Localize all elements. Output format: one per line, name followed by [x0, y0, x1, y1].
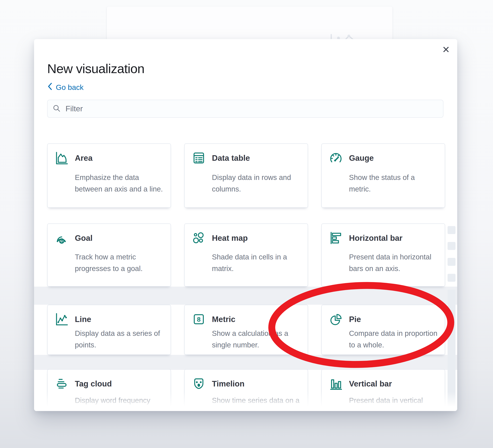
card-description: Present data in vertical bars on an axis…: [349, 395, 438, 411]
card-title: Gauge: [349, 151, 438, 170]
vis-card-area[interactable]: Area Emphasize the data between an axis …: [47, 144, 171, 208]
vis-card-heat-map[interactable]: Heat map Shade data in cells in a matrix…: [184, 224, 308, 287]
vis-card-vertical-bar[interactable]: Vertical bar Present data in vertical ba…: [321, 369, 445, 411]
vis-card-goal[interactable]: 8 Goal Track how a metric progresses to …: [47, 224, 171, 287]
filter-input[interactable]: [65, 104, 438, 113]
card-description: Emphasize the data between an axis and a…: [75, 172, 164, 200]
vis-card-timelion[interactable]: Timelion Show time series data on a grap…: [184, 369, 308, 411]
card-title: Area: [75, 151, 164, 170]
card-row-4: Tag cloud Display word frequency with fo…: [47, 369, 445, 411]
metric-icon: 8: [191, 312, 206, 326]
card-row-2: 8 Goal Track how a metric progresses to …: [47, 224, 445, 287]
vis-card-line[interactable]: Line Display data as a series of points.: [47, 305, 171, 355]
vis-card-tag-cloud[interactable]: Tag cloud Display word frequency with fo…: [47, 369, 171, 411]
chevron-left-icon: [47, 83, 52, 92]
svg-text:8: 8: [60, 238, 63, 244]
watermark-bar: [448, 290, 456, 411]
card-row-3: Line Display data as a series of points.…: [47, 305, 445, 355]
vis-card-horizontal-bar[interactable]: Horizontal bar Present data in horizonta…: [321, 224, 445, 287]
watermark-block: [448, 226, 456, 234]
filter-search-box: [47, 100, 443, 118]
svg-text:8: 8: [197, 316, 201, 323]
card-description: Track how a metric progresses to a goal.: [75, 251, 164, 279]
card-title: Pie: [349, 312, 438, 326]
page: { "modal": { "title": "New visualization…: [0, 0, 493, 448]
card-title: Heat map: [212, 231, 301, 250]
card-description: Shade data in cells in a matrix.: [212, 251, 301, 279]
card-description: Display word frequency with font size.: [75, 395, 164, 411]
card-title: Tag cloud: [75, 377, 164, 393]
search-icon: [53, 104, 61, 113]
heat-map-icon: [191, 231, 206, 245]
card-description: Show time series data on a graph.: [212, 395, 301, 411]
card-description: Compare data in proportion to a whole.: [349, 327, 438, 351]
horizontal-bar-icon: [329, 231, 343, 245]
area-chart-icon: [55, 151, 69, 165]
tag-cloud-icon: [55, 377, 69, 391]
watermark-block: [448, 242, 456, 250]
card-description: Show the status of a metric.: [349, 172, 438, 200]
close-icon[interactable]: ✕: [439, 43, 453, 56]
card-description: Present data in horizontal bars on an ax…: [349, 251, 438, 279]
card-title: Data table: [212, 151, 301, 170]
goal-icon: 8: [55, 231, 69, 245]
pie-chart-icon: [329, 312, 343, 326]
new-visualization-modal: ✕ New visualization Go back Area: [34, 39, 457, 411]
watermark-block: [448, 258, 456, 266]
watermark-band: [34, 287, 457, 305]
vis-card-pie[interactable]: Pie Compare data in proportion to a whol…: [321, 305, 445, 355]
card-title: Horizontal bar: [349, 231, 438, 250]
page-title: New visualization: [47, 61, 144, 76]
card-title: Vertical bar: [349, 377, 438, 393]
card-description: Show a calculation as a single number.: [212, 327, 301, 351]
card-title: Goal: [75, 231, 164, 250]
card-title: Line: [75, 312, 164, 326]
watermark-band: [34, 355, 457, 370]
timelion-icon: [191, 377, 206, 391]
data-table-icon: [191, 151, 206, 165]
go-back-link[interactable]: Go back: [47, 83, 83, 92]
card-title: Timelion: [212, 377, 301, 393]
vis-card-gauge[interactable]: Gauge Show the status of a metric.: [321, 144, 445, 208]
watermark-block: [448, 274, 456, 282]
card-title: Metric: [212, 312, 301, 326]
card-row-1: Area Emphasize the data between an axis …: [47, 144, 445, 208]
vis-card-metric[interactable]: 8 Metric Show a calculation as a single …: [184, 305, 308, 355]
card-description: Display data in rows and columns.: [212, 172, 301, 200]
card-description: Display data as a series of points.: [75, 327, 164, 351]
go-back-label: Go back: [56, 83, 83, 92]
vis-card-data-table[interactable]: Data table Display data in rows and colu…: [184, 144, 308, 208]
gauge-icon: [329, 151, 343, 165]
vertical-bar-icon: [329, 377, 343, 391]
line-chart-icon: [55, 312, 69, 326]
